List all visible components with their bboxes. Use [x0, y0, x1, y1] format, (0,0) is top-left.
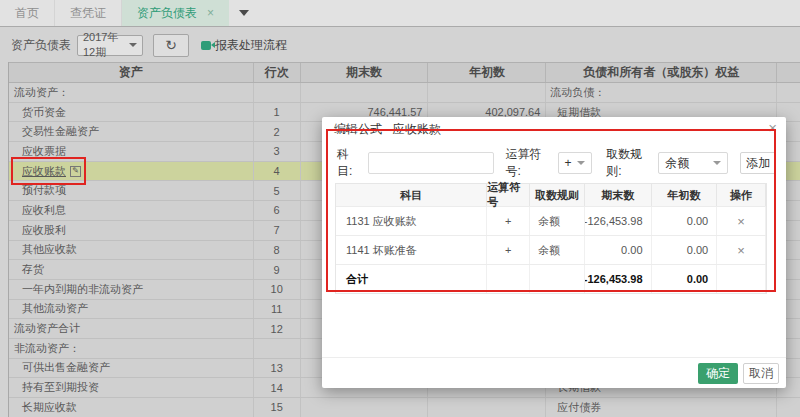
report-name-label: 资产负债表: [11, 37, 71, 54]
rule-label: 取数规则:: [606, 146, 654, 180]
tab-home-label: 首页: [15, 5, 39, 22]
row-number-cell: [254, 339, 301, 358]
beginning-balance-cell: [428, 398, 546, 417]
header-liabilities-equity: 负债和所有者（或股东）权益: [546, 63, 777, 82]
formula-subject-cell: 合计: [336, 265, 487, 293]
formula-row: 1141 坏账准备+余额0.000.00×: [336, 235, 766, 264]
row-number-cell: 6: [254, 201, 301, 220]
extra-cell: [777, 398, 800, 417]
row-number-cell: 13: [254, 359, 301, 378]
formula-action-cell: ×: [717, 236, 766, 264]
header-assets: 资产: [9, 63, 254, 82]
beginning-balance-cell: [428, 83, 546, 102]
formula-subject-cell: 1131 应收账款: [336, 207, 487, 235]
formula-subject-cell: 1141 坏账准备: [336, 236, 487, 264]
add-button[interactable]: 添加: [740, 152, 776, 174]
cancel-button[interactable]: 取消: [743, 363, 779, 384]
asset-cell: 流动资产：: [9, 83, 254, 102]
formula-form: 科目: 运算符号: + 取数规则: 余额 添加: [337, 151, 776, 175]
confirm-button[interactable]: 确定: [698, 363, 738, 384]
formula-action-cell: ×: [717, 207, 766, 235]
row-number-cell: 2: [254, 122, 301, 141]
liability-cell: 流动负债：: [546, 83, 777, 102]
row-number-cell: 3: [254, 142, 301, 161]
header-beginning-balance: 年初数: [428, 63, 546, 82]
ending-balance-cell: [301, 83, 429, 102]
asset-cell: 其他流动资产: [9, 300, 254, 319]
formula-total-row: 合计-126,453.980.00: [336, 264, 766, 293]
formula-operator-cell: +: [487, 207, 530, 235]
fh-beginning: 年初数: [652, 184, 718, 206]
chevron-down-icon: [129, 43, 137, 47]
report-process-link[interactable]: 报表处理流程: [201, 37, 287, 54]
header-ending-balance: 期末数: [301, 63, 429, 82]
chevron-down-icon: [577, 161, 585, 165]
tab-bar: 首页 查凭证 资产负债表 ×: [0, 0, 800, 27]
formula-beginning-cell: 0.00: [652, 207, 718, 235]
asset-cell: 流动资产合计: [9, 319, 254, 338]
asset-cell: 交易性金融资产: [9, 122, 254, 141]
formula-action-cell: [717, 265, 766, 293]
row-number-cell: 8: [254, 241, 301, 260]
row-number-cell: 12: [254, 319, 301, 338]
row-number-cell: 11: [254, 300, 301, 319]
asset-cell: 应收票据: [9, 142, 254, 161]
asset-cell: 预付款项: [9, 181, 254, 200]
asset-cell: 应收股利: [9, 221, 254, 240]
operator-label: 运算符号:: [506, 146, 554, 180]
modal-title: 编辑公式 - 应收账款: [334, 121, 441, 138]
tab-voucher-label: 查凭证: [70, 5, 106, 22]
asset-cell: 应收账款✎: [9, 162, 254, 181]
table-row[interactable]: 流动资产：流动负债：: [9, 83, 800, 103]
asset-cell: 一年内到期的非流动资产: [9, 280, 254, 299]
rule-select[interactable]: 余额: [658, 152, 728, 174]
formula-table-header: 科目 运算符号 取数规则 期末数 年初数 操作: [336, 184, 766, 206]
fh-ending: 期末数: [585, 184, 652, 206]
formula-table: 科目 运算符号 取数规则 期末数 年初数 操作 1131 应收账款+余额-126…: [335, 183, 767, 294]
header-extra: [777, 63, 800, 82]
row-number-cell: 14: [254, 378, 301, 397]
formula-rule-cell: [530, 265, 585, 293]
asset-name[interactable]: 应收账款: [22, 164, 66, 179]
asset-cell: 可供出售金融资产: [9, 359, 254, 378]
row-number-cell: 1: [254, 103, 301, 122]
tab-home[interactable]: 首页: [0, 0, 55, 26]
asset-cell: 存货: [9, 260, 254, 279]
edit-formula-icon[interactable]: ✎: [70, 166, 81, 177]
chevron-down-icon: [713, 161, 721, 165]
formula-beginning-cell: 0.00: [652, 265, 718, 293]
operator-select[interactable]: +: [558, 152, 593, 174]
formula-ending-cell: 0.00: [585, 236, 652, 264]
formula-rule-cell: 余额: [530, 207, 585, 235]
formula-table-body: 1131 应收账款+余额-126,453.980.00×1141 坏账准备+余额…: [336, 206, 766, 293]
tab-balance-sheet-label: 资产负债表: [137, 5, 197, 22]
period-select-value: 2017年12期: [83, 30, 129, 60]
subject-input[interactable]: [368, 152, 494, 174]
tab-close-icon[interactable]: ×: [207, 7, 214, 19]
formula-row: 1131 应收账款+余额-126,453.980.00×: [336, 206, 766, 235]
table-row[interactable]: 长期应收款15应付债券: [9, 398, 800, 417]
tab-list-dropdown-button[interactable]: [229, 0, 259, 26]
toolbar: 资产负债表 2017年12期 ↻ 报表处理流程: [0, 28, 800, 62]
tab-balance-sheet[interactable]: 资产负债表 ×: [122, 0, 229, 26]
formula-operator-cell: [487, 265, 530, 293]
operator-select-value: +: [565, 156, 572, 170]
asset-cell: 应收利息: [9, 201, 254, 220]
asset-cell: 非流动资产：: [9, 339, 254, 358]
formula-ending-cell: -126,453.98: [585, 207, 652, 235]
tab-voucher[interactable]: 查凭证: [55, 0, 122, 26]
refresh-button[interactable]: ↻: [153, 34, 189, 57]
row-number-cell: 15: [254, 398, 301, 417]
modal-close-icon[interactable]: ×: [768, 119, 777, 137]
period-select[interactable]: 2017年12期: [77, 35, 143, 56]
table-header-row: 资产 行次 期末数 年初数 负债和所有者（或股东）权益: [9, 62, 800, 83]
app-window: 首页 查凭证 资产负债表 × 资产负债表 2017年12期 ↻ 报表处理流程 资…: [0, 0, 800, 417]
row-number-cell: 5: [254, 181, 301, 200]
row-number-cell: [254, 83, 301, 102]
formula-ending-cell: -126,453.98: [585, 265, 652, 293]
delete-row-icon[interactable]: ×: [737, 243, 745, 258]
row-number-cell: 9: [254, 260, 301, 279]
edit-formula-modal: 编辑公式 - 应收账款 × 科目: 运算符号: + 取数规则: 余额 添加 科目…: [322, 117, 786, 388]
row-number-cell: 4: [254, 162, 301, 181]
delete-row-icon[interactable]: ×: [737, 214, 745, 229]
